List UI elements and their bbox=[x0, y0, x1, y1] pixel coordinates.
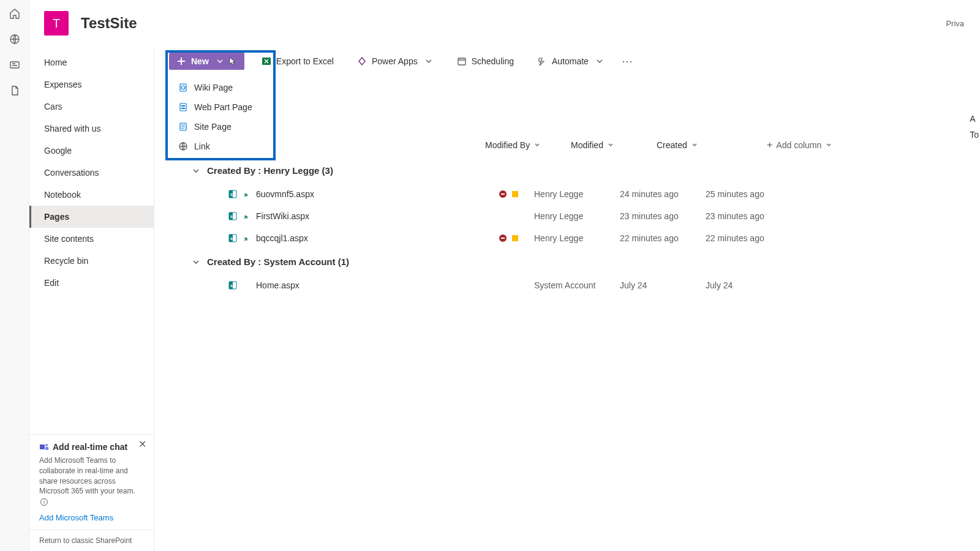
teams-promo: ✕ Add real-time chat Add Microsoft Teams… bbox=[29, 434, 154, 530]
nav-item-site-contents[interactable]: Site contents bbox=[29, 228, 154, 250]
col-created[interactable]: Created bbox=[657, 140, 767, 150]
globe-icon[interactable] bbox=[9, 33, 21, 45]
new-menu-site-page[interactable]: Site Page bbox=[170, 117, 271, 137]
file-name[interactable]: FirstWiki.aspx bbox=[256, 211, 309, 221]
file-name[interactable]: bqccqjl1.aspx bbox=[256, 233, 308, 243]
nav-item-expenses[interactable]: Expenses bbox=[29, 73, 154, 96]
app-bar bbox=[0, 0, 29, 551]
svg-text:s: s bbox=[230, 236, 233, 241]
flow-icon bbox=[537, 56, 547, 66]
chevron-down-icon bbox=[595, 56, 605, 66]
nav-item-home[interactable]: Home bbox=[29, 51, 154, 73]
svg-rect-4 bbox=[45, 447, 48, 450]
svg-rect-1 bbox=[10, 62, 19, 68]
add-teams-link[interactable]: Add Microsoft Teams bbox=[39, 513, 144, 522]
file-icon[interactable] bbox=[9, 84, 21, 97]
side-nav: HomeExpensesCarsShared with usGoogleConv… bbox=[29, 47, 154, 551]
group-header[interactable]: Created By : Henry Legge (3) bbox=[154, 158, 980, 183]
privacy-label: Priva bbox=[946, 19, 965, 28]
modified-by-cell[interactable]: Henry Legge bbox=[534, 211, 620, 221]
close-icon[interactable]: ✕ bbox=[138, 438, 146, 450]
svg-rect-9 bbox=[180, 103, 186, 111]
nav-item-pages[interactable]: Pages bbox=[29, 206, 154, 228]
news-icon[interactable] bbox=[9, 59, 21, 71]
automate-label: Automate bbox=[552, 56, 589, 66]
created-cell: 23 minutes ago bbox=[706, 211, 816, 221]
svg-text:s: s bbox=[230, 214, 233, 219]
site-title[interactable]: TestSite bbox=[81, 15, 137, 32]
main-area: T TestSite Priva HomeExpensesCarsShared … bbox=[29, 0, 980, 551]
table-row[interactable]: sFirstWiki.aspxHenry Legge23 minutes ago… bbox=[154, 205, 980, 227]
col-modified-by[interactable]: Modified By bbox=[485, 140, 571, 150]
content: New Export to Excel Power Apps bbox=[154, 47, 980, 551]
created-cell: July 24 bbox=[706, 280, 816, 290]
right-stub-to: To bbox=[970, 130, 979, 140]
new-menu-web-part-page[interactable]: Web Part Page bbox=[170, 97, 271, 117]
svg-rect-2 bbox=[40, 444, 45, 449]
svg-text:s: s bbox=[230, 192, 233, 197]
table-row[interactable]: s6uovmnf5.aspxHenry Legge24 minutes ago2… bbox=[154, 183, 980, 205]
nav-item-edit[interactable]: Edit bbox=[29, 272, 154, 294]
excel-icon bbox=[262, 56, 271, 66]
svg-rect-27 bbox=[501, 238, 505, 239]
modified-cell: 22 minutes ago bbox=[620, 233, 706, 243]
teams-icon bbox=[39, 442, 49, 452]
site-logo[interactable]: T bbox=[44, 11, 69, 36]
right-stub-a: A bbox=[970, 114, 979, 124]
modified-by-cell[interactable]: System Account bbox=[534, 280, 620, 290]
group-header[interactable]: Created By : System Account (1) bbox=[154, 249, 980, 274]
nav-item-shared-with-us[interactable]: Shared with us bbox=[29, 118, 154, 140]
table-row[interactable]: sHome.aspxSystem AccountJuly 24July 24 bbox=[154, 274, 980, 296]
col-modified[interactable]: Modified bbox=[571, 140, 657, 150]
scheduling-label: Scheduling bbox=[472, 56, 514, 66]
svg-rect-28 bbox=[512, 235, 518, 241]
site-header: T TestSite Priva bbox=[29, 0, 980, 47]
export-excel-button[interactable]: Export to Excel bbox=[255, 53, 340, 70]
chevron-down-icon bbox=[424, 56, 434, 66]
right-pane-stub: A To bbox=[970, 114, 979, 146]
svg-rect-6 bbox=[458, 58, 466, 65]
modified-by-cell[interactable]: Henry Legge bbox=[534, 233, 620, 243]
nav-item-conversations[interactable]: Conversations bbox=[29, 162, 154, 184]
scheduling-button[interactable]: Scheduling bbox=[451, 53, 520, 70]
automate-button[interactable]: Automate bbox=[531, 53, 611, 70]
home-icon[interactable] bbox=[9, 7, 21, 20]
svg-rect-11 bbox=[181, 108, 185, 109]
modified-by-cell[interactable]: Henry Legge bbox=[534, 189, 620, 199]
more-button[interactable]: ⋯ bbox=[622, 54, 634, 68]
created-cell: 22 minutes ago bbox=[706, 233, 816, 243]
classic-link[interactable]: Return to classic SharePoint bbox=[29, 530, 154, 551]
chevron-down-icon[interactable] bbox=[191, 166, 201, 176]
table-row[interactable]: sbqccqjl1.aspxHenry Legge22 minutes ago2… bbox=[154, 227, 980, 249]
file-name[interactable]: 6uovmnf5.aspx bbox=[256, 189, 314, 199]
powerapps-label: Power Apps bbox=[372, 56, 418, 66]
nav-item-recycle-bin[interactable]: Recycle bin bbox=[29, 250, 154, 272]
nav-item-google[interactable]: Google bbox=[29, 140, 154, 162]
powerapps-button[interactable]: Power Apps bbox=[351, 53, 440, 70]
column-headers: Modified By Modified Created +Add column bbox=[154, 135, 980, 158]
add-column-button[interactable]: +Add column bbox=[767, 140, 832, 151]
cursor-icon bbox=[227, 56, 237, 66]
export-label: Export to Excel bbox=[276, 56, 334, 66]
teams-promo-title-text: Add real-time chat bbox=[53, 442, 127, 452]
svg-text:s: s bbox=[230, 283, 233, 288]
calendar-icon bbox=[457, 56, 467, 66]
modified-cell: 24 minutes ago bbox=[620, 189, 706, 199]
svg-rect-10 bbox=[181, 105, 185, 107]
new-menu-wiki-page[interactable]: Wiki Page bbox=[170, 78, 271, 97]
teams-promo-title: Add real-time chat bbox=[39, 442, 144, 452]
nav-item-cars[interactable]: Cars bbox=[29, 96, 154, 118]
chevron-down-icon bbox=[215, 56, 225, 66]
new-button-label: New bbox=[191, 56, 209, 66]
nav-item-notebook[interactable]: Notebook bbox=[29, 184, 154, 206]
file-name[interactable]: Home.aspx bbox=[256, 280, 300, 290]
new-dropdown: Wiki PageWeb Part PageSite PageLink bbox=[169, 75, 272, 162]
chevron-down-icon[interactable] bbox=[191, 257, 201, 267]
toolbar: New Export to Excel Power Apps bbox=[154, 47, 980, 76]
new-button[interactable]: New bbox=[169, 53, 244, 70]
svg-point-3 bbox=[45, 444, 48, 446]
info-icon[interactable]: i bbox=[40, 498, 48, 506]
plus-icon bbox=[176, 56, 186, 66]
new-menu-link[interactable]: Link bbox=[170, 137, 271, 156]
svg-rect-19 bbox=[512, 191, 518, 197]
